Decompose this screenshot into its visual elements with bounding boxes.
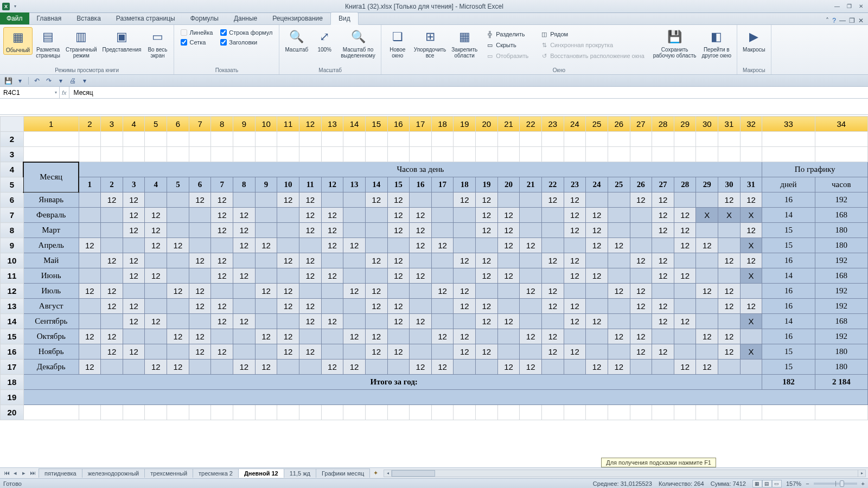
cell[interactable]: [277, 208, 299, 223]
cell[interactable]: [630, 268, 652, 284]
cell[interactable]: [410, 329, 432, 344]
cell[interactable]: 12: [233, 359, 256, 375]
cell[interactable]: [365, 405, 387, 420]
cell[interactable]: [431, 132, 454, 147]
cell[interactable]: 7: [211, 177, 233, 192]
cell[interactable]: [145, 192, 167, 208]
cell[interactable]: [255, 314, 277, 329]
cell[interactable]: 192: [815, 253, 868, 268]
view-page-layout-button[interactable]: ▤Разметка страницы: [34, 27, 62, 60]
doc-minimize-icon[interactable]: —: [839, 17, 846, 24]
cell[interactable]: [145, 253, 167, 268]
cell[interactable]: 12: [277, 192, 299, 208]
cell[interactable]: 12: [630, 344, 652, 359]
cell[interactable]: [101, 208, 123, 223]
cell[interactable]: 26: [630, 177, 652, 192]
cell[interactable]: 12: [79, 359, 101, 375]
column-header[interactable]: 18: [431, 117, 454, 132]
cell[interactable]: 25: [608, 177, 630, 192]
cell[interactable]: 12: [541, 192, 564, 208]
cell[interactable]: [718, 268, 741, 284]
cell[interactable]: [189, 238, 211, 253]
cell[interactable]: [321, 253, 343, 268]
cell[interactable]: [454, 147, 476, 162]
cell[interactable]: 17: [431, 177, 454, 192]
cell[interactable]: [277, 238, 299, 253]
cell[interactable]: [123, 359, 145, 375]
cell[interactable]: [674, 329, 696, 344]
cell[interactable]: 12: [365, 344, 387, 359]
cell[interactable]: [608, 208, 630, 223]
cell[interactable]: 12: [586, 314, 608, 329]
sheet-tab[interactable]: тресменка 2: [193, 468, 239, 478]
cell[interactable]: [277, 147, 299, 162]
cell[interactable]: [387, 405, 410, 420]
cell[interactable]: [365, 147, 387, 162]
cell[interactable]: [696, 299, 718, 314]
cell[interactable]: 5: [167, 177, 189, 192]
cell[interactable]: Июль: [23, 284, 79, 299]
cell[interactable]: 12: [410, 268, 432, 284]
cell[interactable]: 12: [123, 223, 145, 238]
cell[interactable]: [674, 299, 696, 314]
cell[interactable]: [586, 284, 608, 299]
cell[interactable]: [123, 329, 145, 344]
cell[interactable]: 12: [630, 253, 652, 268]
column-header[interactable]: 7: [189, 117, 211, 132]
cell[interactable]: X: [740, 314, 762, 329]
cell[interactable]: [431, 147, 454, 162]
cell[interactable]: [321, 284, 343, 299]
cell[interactable]: 12: [608, 359, 630, 375]
row-header[interactable]: 8: [1, 223, 24, 238]
cell[interactable]: 16: [762, 192, 815, 208]
cell[interactable]: [520, 253, 542, 268]
cell[interactable]: 12: [476, 253, 498, 268]
side-by-side-button[interactable]: ◫Рядом: [538, 29, 647, 39]
cell[interactable]: [167, 299, 189, 314]
cell[interactable]: 12: [277, 299, 299, 314]
row-header[interactable]: 3: [1, 147, 24, 162]
cell[interactable]: 12: [497, 314, 520, 329]
cell[interactable]: 12: [211, 268, 233, 284]
cell[interactable]: [497, 284, 520, 299]
cell[interactable]: 12: [145, 359, 167, 375]
cell[interactable]: 12: [167, 359, 189, 375]
cell[interactable]: 12: [123, 314, 145, 329]
row-header[interactable]: 19: [1, 390, 24, 405]
cell[interactable]: 12: [299, 208, 321, 223]
cell[interactable]: [586, 299, 608, 314]
column-header[interactable]: 27: [630, 117, 652, 132]
cell[interactable]: [740, 405, 762, 420]
cell[interactable]: 24: [586, 177, 608, 192]
cell[interactable]: [564, 329, 586, 344]
cell[interactable]: [321, 405, 343, 420]
cell[interactable]: [255, 132, 277, 147]
cell[interactable]: [454, 314, 476, 329]
cell[interactable]: 12: [541, 344, 564, 359]
cell[interactable]: 180: [815, 223, 868, 238]
cell[interactable]: 12: [101, 192, 123, 208]
cell[interactable]: 12: [674, 238, 696, 253]
cell[interactable]: 12: [541, 329, 564, 344]
cell[interactable]: [343, 147, 366, 162]
cell[interactable]: Декабрь: [23, 359, 79, 375]
cell[interactable]: 12: [454, 299, 476, 314]
cell[interactable]: [343, 405, 366, 420]
file-tab[interactable]: Файл: [0, 12, 29, 24]
cell[interactable]: [101, 405, 123, 420]
cell[interactable]: [476, 405, 498, 420]
cell[interactable]: [79, 268, 101, 284]
cell[interactable]: [541, 147, 564, 162]
cell[interactable]: 12: [145, 314, 167, 329]
close-icon[interactable]: ✕: [856, 3, 866, 10]
cell[interactable]: [497, 405, 520, 420]
cell[interactable]: [255, 253, 277, 268]
zoom-selection-button[interactable]: 🔍Масштаб по выделенному: [339, 27, 378, 60]
cell[interactable]: 22: [541, 177, 564, 192]
cell[interactable]: 12: [299, 223, 321, 238]
cell[interactable]: [167, 314, 189, 329]
cell[interactable]: [541, 223, 564, 238]
cell[interactable]: 12: [387, 268, 410, 284]
cell[interactable]: 12: [454, 284, 476, 299]
cell[interactable]: [365, 314, 387, 329]
